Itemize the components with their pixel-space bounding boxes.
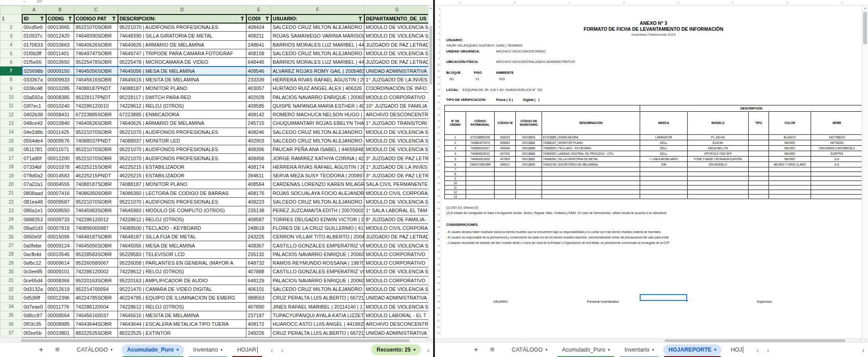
- row-header[interactable]: 44: [435, 274, 441, 281]
- scroll-up-icon[interactable]: ▲: [429, 5, 433, 11]
- cell[interactable]: 742286120012: [74, 215, 118, 224]
- row-header[interactable]: 32: [435, 200, 441, 206]
- cell[interactable]: KB216-BK-LTN: [688, 146, 749, 151]
- cell[interactable]: 235132: [246, 250, 271, 258]
- scroll-right-icon[interactable]: ›: [430, 338, 431, 343]
- cell[interactable]: 95221070 | AUDIFONOS PROFESIONALES: [118, 154, 246, 162]
- row-header[interactable]: 6: [0, 58, 22, 67]
- cell[interactable]: 245715: [246, 119, 271, 128]
- cell[interactable]: 95220163SOBR: [74, 276, 118, 285]
- cell[interactable]: 00009614: [46, 259, 74, 267]
- cell[interactable]: 746483901832: [466, 157, 495, 162]
- cell[interactable]: 00015893: [516, 135, 542, 140]
- cell[interactable]: 648445: [246, 58, 271, 67]
- cell[interactable]: [495, 190, 516, 195]
- cell[interactable]: 01f0b3ff: [22, 49, 46, 57]
- cell[interactable]: [769, 176, 811, 181]
- cell[interactable]: [542, 176, 640, 181]
- header-cell-codigo-pat[interactable]: CODIGO PAT: [74, 14, 118, 23]
- column-header-E[interactable]: E: [246, 6, 271, 14]
- cell[interactable]: 95221070SOBR: [74, 154, 118, 162]
- row-header[interactable]: 7: [435, 43, 441, 50]
- cell[interactable]: CRUZ PERALTA LUIS ALBERTO | 667215: [271, 328, 364, 337]
- cell[interactable]: 12: [445, 190, 466, 195]
- row-header[interactable]: 48: [435, 299, 441, 305]
- cell[interactable]: [542, 167, 640, 172]
- cell[interactable]: 402928: [246, 93, 271, 101]
- cell[interactable]: [640, 176, 688, 181]
- left-horizontal-scrollbar[interactable]: ‹ ›: [0, 338, 433, 343]
- cell[interactable]: + LINEA MOBILIARIO: [640, 157, 688, 162]
- row-header[interactable]: 45: [435, 281, 441, 287]
- cell[interactable]: 406101: [246, 285, 271, 293]
- row-header[interactable]: 4: [0, 40, 22, 49]
- cell[interactable]: 248618: [246, 224, 271, 232]
- cell[interactable]: [688, 176, 749, 181]
- cell[interactable]: CERRON VILLAR TITO ALBERTO | 20047: [271, 233, 364, 241]
- cell[interactable]: 1° JUZGADO TRANSITORI: [364, 119, 430, 128]
- cell[interactable]: [542, 186, 640, 190]
- column-letters-row[interactable]: ABCDEFG: [0, 6, 430, 14]
- row-header[interactable]: 14: [435, 87, 441, 93]
- row-header[interactable]: 53: [435, 330, 441, 337]
- cell[interactable]: E2423H: [688, 140, 749, 146]
- cell[interactable]: 95226058 | PARLANTES EN GENERAL (MAYOR A: [118, 259, 246, 267]
- cell[interactable]: [749, 172, 769, 176]
- cell[interactable]: UNIDAD ADMINISTRATIVA: [364, 67, 430, 75]
- cell[interactable]: [688, 195, 749, 199]
- cell[interactable]: 74228612 | RELOJ (OTROS): [118, 267, 246, 276]
- cell[interactable]: BARRIOS MORALES LUZ MARIBEL | 448: [271, 40, 364, 49]
- cell[interactable]: [466, 172, 495, 176]
- cell[interactable]: 00010801: [46, 328, 74, 337]
- cell[interactable]: 233339: [246, 75, 271, 84]
- cell[interactable]: [466, 186, 495, 190]
- cell[interactable]: [640, 195, 688, 199]
- cell[interactable]: 7: [445, 167, 466, 172]
- cell[interactable]: 00008564: [46, 311, 74, 319]
- cell[interactable]: 95221070 | AUDIFONOS PROFESIONALES: [118, 128, 246, 136]
- cell[interactable]: 74088187 | MONITOR PLANO: [118, 180, 246, 189]
- row-header[interactable]: 4: [435, 24, 441, 31]
- cell[interactable]: 0554de4: [22, 136, 46, 145]
- cell[interactable]: OPTIPLEX 7000 SFF: [688, 151, 749, 157]
- cell[interactable]: 74645056SOBR: [74, 67, 118, 75]
- cell[interactable]: PEREZ JUZCAMAITA EDITH | 20070002: [271, 206, 364, 215]
- cell[interactable]: 408158: [246, 49, 271, 57]
- row-header[interactable]: 17: [435, 106, 441, 112]
- cell[interactable]: MODULO CORPORATIVO: [364, 250, 430, 258]
- cell[interactable]: 95225478SOBR: [74, 58, 118, 67]
- cell[interactable]: 407003: [495, 151, 516, 157]
- cell[interactable]: 237187: [246, 311, 271, 319]
- cell[interactable]: 74228612 | RELOJ (OTROS): [118, 215, 246, 224]
- cell[interactable]: MODULO DE VIOLENCIA S: [364, 267, 430, 276]
- cell[interactable]: NEGRO: [769, 151, 811, 157]
- filter-icon[interactable]: [68, 17, 72, 21]
- cell[interactable]: 648129: [246, 276, 271, 285]
- cell[interactable]: 95228117 | SWITCH PARA RED: [118, 93, 246, 101]
- row-header[interactable]: 22: [0, 197, 22, 206]
- row-header[interactable]: 42: [435, 262, 441, 268]
- chevron-down-icon[interactable]: ▾: [652, 347, 654, 352]
- cell[interactable]: LAMINATOR: [640, 135, 688, 140]
- cell[interactable]: [466, 195, 495, 199]
- cell[interactable]: 071a90f: [22, 154, 46, 162]
- row-header[interactable]: 5: [435, 31, 441, 37]
- row-header[interactable]: 35: [435, 218, 441, 224]
- cell[interactable]: 95221470 | CAMARA DE VIDEO DIGITAL: [118, 285, 246, 293]
- cell[interactable]: MODULO DE VIOLENCIA S: [364, 136, 430, 145]
- column-header-A[interactable]: A: [22, 6, 46, 14]
- row-header[interactable]: 11: [435, 68, 441, 75]
- cell[interactable]: 1° JUZGADO DE LA INVES: [364, 75, 430, 84]
- cell[interactable]: 3: [445, 146, 466, 151]
- cell[interactable]: BLANCO: [769, 135, 811, 140]
- cell[interactable]: SIN MODELO: [688, 162, 749, 167]
- row-header[interactable]: 11: [0, 101, 22, 110]
- row-header[interactable]: 39: [435, 243, 441, 249]
- cell[interactable]: 00009150: [46, 67, 74, 75]
- cell[interactable]: DELL: [640, 151, 688, 157]
- window-edge-chevron[interactable]: ‹: [862, 346, 864, 354]
- all-sheets-icon[interactable]: ≡: [55, 345, 60, 354]
- tabs-scroll-right-button[interactable]: ›: [281, 346, 283, 354]
- chevron-down-icon[interactable]: ▾: [221, 347, 223, 352]
- cell[interactable]: 00012619: [46, 285, 74, 293]
